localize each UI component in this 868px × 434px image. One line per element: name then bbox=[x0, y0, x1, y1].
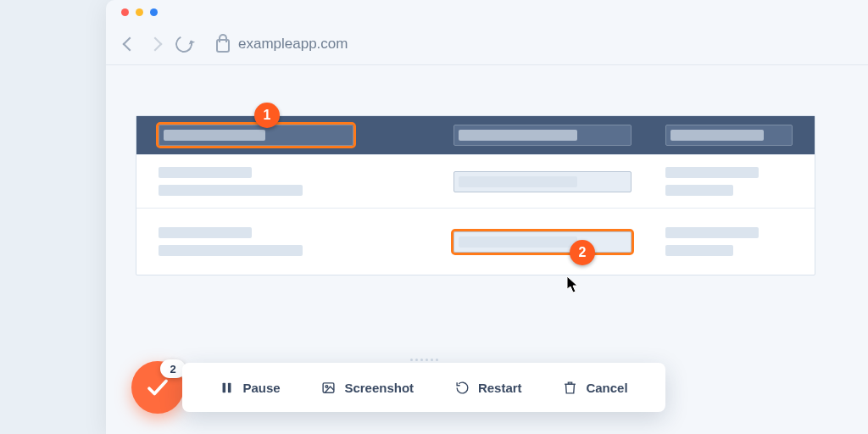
window-titlebar bbox=[106, 0, 868, 24]
row-input-highlighted[interactable] bbox=[453, 231, 632, 253]
reload-icon[interactable] bbox=[173, 33, 195, 55]
image-icon bbox=[321, 381, 336, 395]
drag-handle-icon[interactable] bbox=[409, 359, 438, 365]
header-cell-3[interactable] bbox=[665, 125, 793, 146]
svg-rect-0 bbox=[223, 382, 226, 392]
lock-icon bbox=[216, 39, 230, 53]
row-cell bbox=[665, 227, 793, 256]
record-fab[interactable]: 2 bbox=[131, 361, 184, 414]
row-cell bbox=[159, 167, 353, 196]
screenshot-button[interactable]: Screenshot bbox=[321, 381, 414, 395]
url-text: exampleapp.com bbox=[238, 36, 348, 53]
header-cell-2[interactable] bbox=[453, 125, 632, 146]
table-row bbox=[136, 155, 815, 209]
pause-button[interactable]: Pause bbox=[220, 381, 280, 395]
recorder-toolbar: Pause Screenshot Restart Cancel bbox=[182, 363, 665, 412]
minimize-icon[interactable] bbox=[136, 8, 143, 16]
browser-navbar: exampleapp.com bbox=[106, 24, 868, 65]
row-input[interactable] bbox=[453, 171, 632, 192]
forward-icon[interactable] bbox=[148, 37, 163, 52]
trash-icon bbox=[563, 381, 577, 395]
step-badge-1: 1 bbox=[254, 103, 280, 128]
row-cell bbox=[159, 227, 353, 256]
cancel-button[interactable]: Cancel bbox=[563, 381, 627, 395]
maximize-icon[interactable] bbox=[150, 8, 158, 16]
close-icon[interactable] bbox=[121, 8, 129, 16]
table-row bbox=[136, 209, 815, 275]
back-icon[interactable] bbox=[123, 37, 137, 52]
address-bar[interactable]: exampleapp.com bbox=[216, 36, 348, 53]
restart-button[interactable]: Restart bbox=[455, 381, 522, 395]
table-header bbox=[136, 116, 815, 155]
content-table bbox=[136, 115, 815, 275]
svg-rect-1 bbox=[228, 382, 231, 392]
svg-point-3 bbox=[326, 385, 328, 387]
step-badge-2: 2 bbox=[570, 240, 595, 265]
restart-icon bbox=[455, 381, 470, 395]
header-cell-1[interactable] bbox=[159, 125, 353, 146]
row-cell bbox=[665, 167, 793, 196]
pause-icon bbox=[220, 381, 234, 395]
